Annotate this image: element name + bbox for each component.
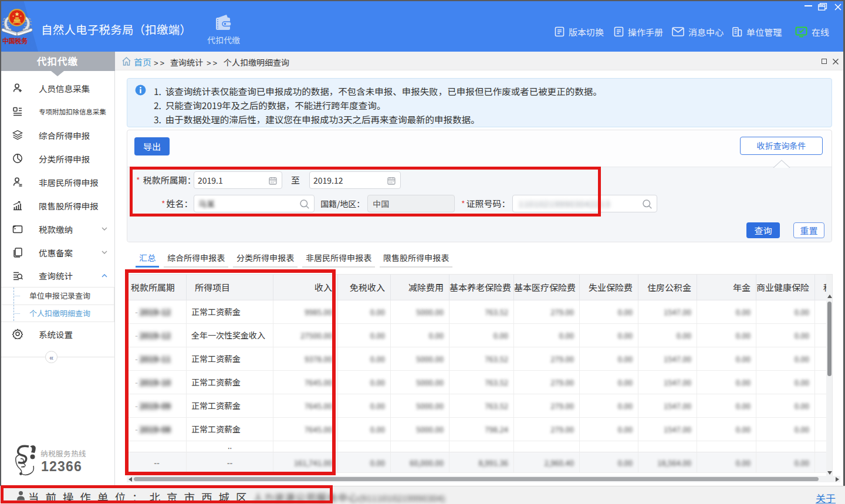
svg-text:中国税务: 中国税务 bbox=[2, 36, 28, 45]
